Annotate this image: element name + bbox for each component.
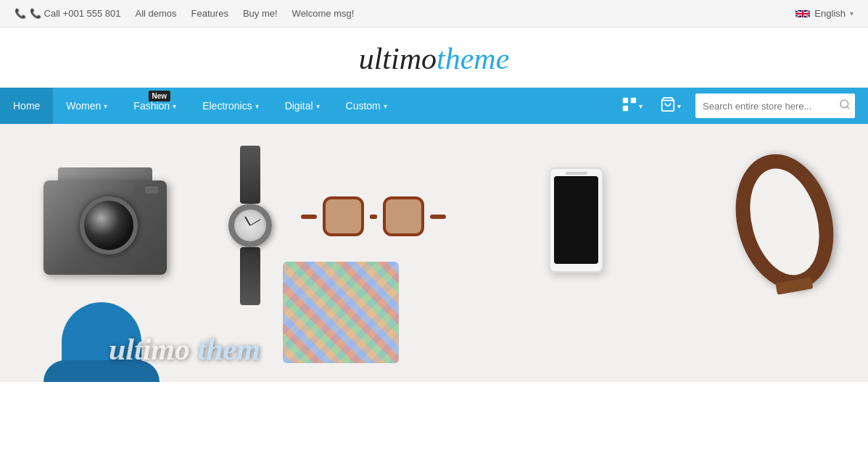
buy-me-link[interactable]: Buy me! (243, 8, 278, 19)
sunglasses-item (301, 196, 446, 269)
hero-image: ultimo them (0, 124, 868, 382)
svg-rect-0 (623, 97, 628, 102)
features-link[interactable]: Features (191, 8, 228, 19)
search-input[interactable] (695, 94, 832, 118)
hero-section: ultimo them (0, 124, 868, 382)
digital-chevron-icon: ▾ (316, 102, 320, 110)
phone-number: 📞 📞 Call +001 555 801 (15, 8, 121, 19)
site-logo[interactable]: ultimotheme (359, 42, 510, 75)
search-box (695, 94, 855, 118)
compare-button[interactable]: ▾ (613, 88, 651, 124)
top-bar: 📞 📞 Call +001 555 801 All demos Features… (0, 0, 868, 28)
nav-electronics[interactable]: Electronics ▾ (189, 88, 271, 124)
main-nav: Home Women ▾ New Fashion ▾ Electronics ▾… (0, 88, 868, 124)
nav-women[interactable]: Women ▾ (53, 88, 120, 124)
cart-chevron-icon: ▾ (677, 102, 681, 110)
phone-icon: 📞 (15, 8, 26, 19)
fashion-badge: New (149, 91, 171, 101)
cart-icon (660, 96, 676, 116)
nav-digital[interactable]: Digital ▾ (272, 88, 333, 124)
women-chevron-icon: ▾ (104, 102, 107, 110)
top-bar-left: 📞 📞 Call +001 555 801 All demos Features… (15, 8, 354, 19)
nav-home[interactable]: Home (0, 88, 53, 124)
electronics-chevron-icon: ▾ (255, 102, 259, 110)
compare-icon (621, 96, 637, 116)
logo-area: ultimotheme (0, 28, 868, 88)
search-icon (839, 99, 851, 113)
nav-fashion[interactable]: New Fashion ▾ (120, 88, 189, 124)
all-demos-link[interactable]: All demos (136, 8, 177, 19)
svg-line-5 (847, 107, 849, 109)
language-switcher[interactable]: English ▾ (795, 8, 853, 19)
fashion-chevron-icon: ▾ (173, 102, 176, 110)
hero-text-overlay: ultimo them (109, 328, 260, 367)
nav-custom[interactable]: Custom ▾ (333, 88, 400, 124)
search-button[interactable] (832, 94, 855, 118)
cart-button[interactable]: ▾ (651, 88, 690, 124)
watch-item (221, 146, 279, 305)
logo-part1: ultimo (359, 42, 437, 75)
nav-right: ▾ ▾ (613, 88, 861, 124)
nav-items: Home Women ▾ New Fashion ▾ Electronics ▾… (0, 88, 613, 124)
svg-rect-2 (623, 105, 628, 110)
phone-text: 📞 Call +001 555 801 (30, 8, 121, 19)
compare-chevron-icon: ▾ (639, 102, 642, 110)
svg-point-4 (840, 100, 848, 108)
camera-item (44, 167, 174, 283)
welcome-msg-link[interactable]: Welcome msg! (292, 8, 355, 19)
custom-chevron-icon: ▾ (384, 102, 387, 110)
flag-icon (795, 9, 810, 19)
logo-part2: theme (437, 42, 509, 75)
language-chevron-icon: ▾ (850, 9, 853, 17)
leather-strap-item (737, 153, 846, 312)
language-label: English (814, 8, 846, 19)
svg-rect-1 (631, 97, 636, 102)
phone-item (549, 167, 607, 283)
shirt-item (283, 262, 413, 378)
